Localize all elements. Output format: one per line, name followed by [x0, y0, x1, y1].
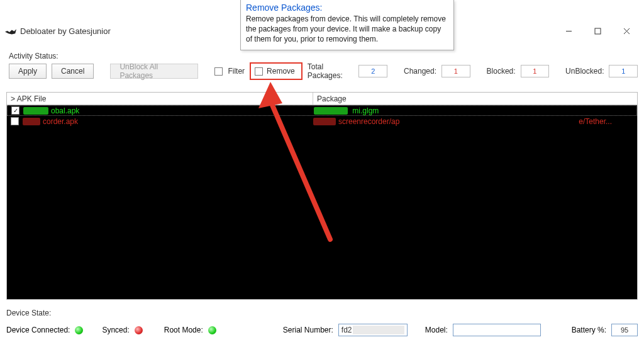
- remove-highlight: Remove: [250, 62, 303, 80]
- table-row[interactable]: corder.apk screenrecorder/ap e/Tether...: [7, 116, 637, 127]
- row-checkbox[interactable]: [11, 106, 19, 115]
- battery-field[interactable]: 95: [611, 324, 638, 336]
- window-buttons: [555, 23, 640, 39]
- filter-label: Filter: [228, 67, 245, 76]
- activity-status-label: Activity Status:: [9, 52, 638, 60]
- apply-button[interactable]: Apply: [9, 64, 47, 79]
- synced-indicator: [135, 326, 143, 334]
- redaction-bar: [314, 107, 348, 115]
- package-table[interactable]: > APK File Package obal.apk mi.glgm cord…: [6, 92, 638, 300]
- unblocked-label: UnBlocked:: [565, 67, 604, 76]
- apk-file-text: obal.apk: [51, 106, 79, 115]
- package-text: mi.glgm: [352, 106, 379, 115]
- tooltip-body: Remove packages from device. This will c…: [246, 14, 448, 45]
- svg-rect-1: [595, 28, 601, 34]
- serial-label: Serial Number:: [283, 326, 333, 334]
- activity-toolbar: Apply Cancel UnBlock All Packages Filter…: [9, 63, 638, 79]
- package-tail: e/Tether...: [579, 117, 612, 126]
- activity-panel: Activity Status: Apply Cancel UnBlock Al…: [9, 52, 638, 79]
- model-field[interactable]: [453, 324, 541, 336]
- root-indicator: [208, 326, 216, 334]
- blocked-value: 1: [521, 65, 550, 77]
- changed-label: Changed:: [404, 67, 436, 76]
- root-mode-label: Root Mode:: [164, 326, 203, 334]
- total-label: Total Packages:: [308, 62, 354, 80]
- unblock-all-button[interactable]: UnBlock All Packages: [110, 64, 198, 79]
- device-connected-label: Device Connected:: [6, 326, 70, 334]
- device-panel: Device State: Device Connected: Synced: …: [6, 309, 638, 336]
- col-apk-file[interactable]: > APK File: [7, 93, 313, 105]
- app-icon: [5, 26, 16, 35]
- table-header: > APK File Package: [7, 93, 637, 105]
- window-title: Debloater by Gatesjunior: [20, 26, 111, 36]
- unblocked-value: 1: [609, 65, 638, 77]
- serial-field[interactable]: fd2: [338, 324, 408, 336]
- close-button[interactable]: [613, 23, 640, 39]
- tooltip-title: Remove Packages:: [246, 3, 448, 13]
- table-row[interactable]: obal.apk mi.glgm: [7, 105, 637, 116]
- device-state-label: Device State:: [6, 309, 638, 317]
- row-checkbox[interactable]: [11, 117, 19, 125]
- device-status-row: Device Connected: Synced: Root Mode: Ser…: [6, 324, 638, 336]
- total-value: 2: [358, 65, 387, 77]
- blocked-label: Blocked:: [487, 67, 516, 76]
- model-label: Model:: [425, 326, 448, 334]
- apk-file-text: corder.apk: [43, 117, 78, 126]
- package-text: screenrecorder/ap: [338, 117, 399, 126]
- changed-value: 1: [441, 65, 470, 77]
- cancel-button[interactable]: Cancel: [52, 64, 94, 79]
- remove-checkbox[interactable]: [255, 67, 263, 76]
- redaction-bar: [23, 107, 48, 115]
- col-package[interactable]: Package: [313, 93, 637, 105]
- filter-checkbox[interactable]: [214, 67, 223, 76]
- minimize-button[interactable]: [555, 23, 582, 39]
- synced-label: Synced:: [102, 326, 129, 334]
- battery-label: Battery %:: [572, 326, 606, 334]
- connected-indicator: [75, 326, 83, 334]
- redaction-bar: [23, 118, 40, 125]
- remove-tooltip: Remove Packages: Remove packages from de…: [240, 0, 454, 50]
- redaction-bar: [313, 118, 336, 125]
- maximize-button[interactable]: [584, 23, 611, 39]
- remove-label: Remove: [267, 67, 295, 76]
